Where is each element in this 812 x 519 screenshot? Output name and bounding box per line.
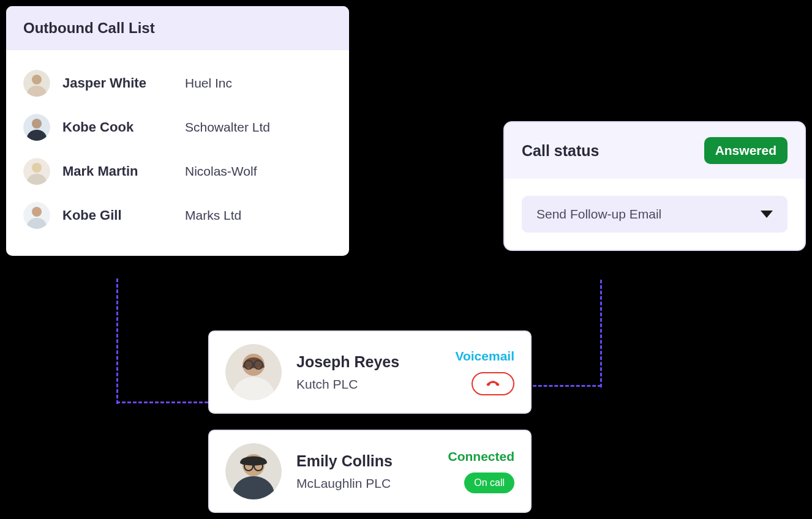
call-card-info: Emily Collins McLaughlin PLC (296, 452, 448, 491)
call-card-right: Voicemail (456, 349, 515, 395)
outbound-rows: Jasper White Huel Inc Kobe Cook Schowalt… (6, 50, 349, 256)
connector-line (600, 280, 602, 387)
company-name: Huel Inc (185, 76, 232, 91)
svg-point-4 (32, 119, 42, 129)
avatar (23, 158, 50, 185)
company-name: Nicolas-Wolf (185, 164, 257, 179)
call-status-header: Call status Answered (505, 122, 805, 179)
call-card[interactable]: Joseph Reyes Kutch PLC Voicemail (208, 330, 532, 414)
avatar (23, 70, 50, 97)
call-card-company: McLaughlin PLC (296, 476, 448, 491)
followup-label: Send Follow-up Email (536, 207, 661, 222)
answered-badge: Answered (704, 137, 788, 164)
outbound-row[interactable]: Jasper White Huel Inc (23, 61, 332, 105)
call-status-panel: Call status Answered Send Follow-up Emai… (503, 121, 806, 251)
connector-line (533, 385, 601, 387)
company-name: Schowalter Ltd (185, 120, 270, 135)
call-status-label: Voicemail (456, 349, 515, 364)
call-card[interactable]: Emily Collins McLaughlin PLC Connected O… (208, 430, 532, 513)
call-card-name: Joseph Reyes (296, 353, 456, 371)
contact-name: Mark Martin (62, 163, 185, 179)
contact-name: Kobe Cook (62, 119, 185, 135)
on-call-pill: On call (464, 472, 514, 493)
svg-point-10 (32, 207, 42, 217)
connector-line (116, 278, 118, 404)
outbound-call-list-panel: Outbound Call List Jasper White Huel Inc… (6, 6, 349, 256)
call-status-title: Call status (522, 142, 599, 160)
avatar (23, 114, 50, 141)
outbound-row[interactable]: Kobe Gill Marks Ltd (23, 193, 332, 237)
connector-line (116, 401, 208, 403)
call-card-right: Connected On call (448, 449, 514, 493)
call-status-body: Send Follow-up Email (505, 179, 805, 250)
call-card-name: Emily Collins (296, 452, 448, 470)
outbound-title: Outbound Call List (6, 6, 349, 50)
contact-name: Jasper White (62, 75, 185, 91)
avatar (225, 344, 282, 400)
contact-name: Kobe Gill (62, 207, 185, 223)
phone-hangup-icon (484, 375, 502, 392)
call-card-company: Kutch PLC (296, 377, 456, 392)
avatar (23, 202, 50, 229)
outbound-row[interactable]: Kobe Cook Schowalter Ltd (23, 105, 332, 149)
outbound-row[interactable]: Mark Martin Nicolas-Wolf (23, 149, 332, 193)
hangup-button[interactable] (472, 372, 514, 395)
chevron-down-icon (761, 211, 773, 218)
followup-select[interactable]: Send Follow-up Email (522, 196, 788, 233)
call-card-info: Joseph Reyes Kutch PLC (296, 353, 456, 392)
svg-point-1 (32, 75, 42, 84)
call-status-label: Connected (448, 449, 514, 464)
company-name: Marks Ltd (185, 208, 241, 223)
avatar (225, 443, 282, 499)
svg-point-7 (32, 163, 42, 173)
